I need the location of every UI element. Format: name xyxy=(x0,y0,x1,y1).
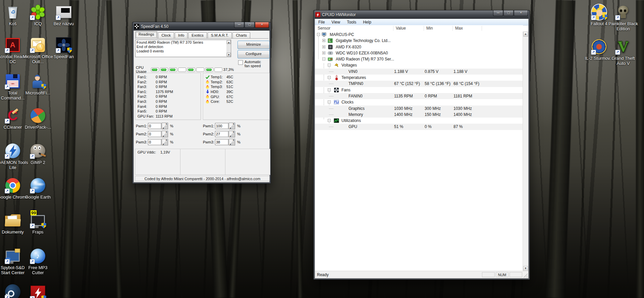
configure-button[interactable]: Configure xyxy=(237,50,270,58)
pwm2-gpu-input[interactable] xyxy=(215,131,228,137)
resize-grip[interactable] xyxy=(524,273,528,278)
collapse-icon[interactable]: - xyxy=(322,57,325,60)
shortcut-arrow-icon: ↗ xyxy=(30,259,35,264)
pwm2-spinner[interactable] xyxy=(162,131,168,137)
sensor-row-graphics[interactable]: Graphics 1030 MHz 300 MHz 1030 MHz xyxy=(315,105,523,112)
pwm2-input[interactable] xyxy=(148,131,161,137)
tab-clock[interactable]: Clock xyxy=(158,32,174,38)
sensor-value: 1030 MHz xyxy=(394,105,413,112)
tree-row-fans[interactable]: - Fans xyxy=(315,87,523,93)
minimize-window-button[interactable]: — xyxy=(234,22,244,28)
maximize-window-button[interactable]: ▢ xyxy=(245,22,255,28)
sensor-value: 1400 MHz xyxy=(394,112,413,118)
image-file-icon: ↗ xyxy=(56,4,72,20)
pwm3-input[interactable] xyxy=(148,139,161,145)
close-window-button[interactable]: ✕ xyxy=(514,10,528,16)
minimize-button[interactable]: Minimize xyxy=(237,41,270,49)
sensor-row-tmpin0[interactable]: TMPIN0 67 °C (152 °F) 58 °C (136 °F) 68 … xyxy=(315,81,523,87)
detection-log[interactable]: Found AMD Radeon (TM) R7 370 Series End … xyxy=(135,40,231,57)
collapse-icon[interactable]: - xyxy=(317,33,320,36)
vertical-scrollbar[interactable]: ▲ ▼ xyxy=(523,32,528,271)
steam-icon: ↗ xyxy=(5,284,21,298)
automatic-fan-speed-checkbox[interactable] xyxy=(238,60,243,65)
collapse-icon[interactable]: - xyxy=(328,100,331,103)
tree-row-clocks[interactable]: - Clocks xyxy=(315,99,523,105)
tab-info[interactable]: Info xyxy=(175,32,187,38)
pwm2-gpu-spinner[interactable] xyxy=(229,131,235,137)
collapse-icon[interactable]: - xyxy=(328,119,331,122)
minimize-window-button[interactable]: — xyxy=(493,10,503,16)
fan-reading-row: Fan3:0 RPM xyxy=(138,99,201,104)
column-max[interactable]: Max xyxy=(455,26,463,31)
pwm3-gpu-input[interactable] xyxy=(215,139,228,145)
tree-row-mainboard[interactable]: + Gigabyte Technology Co. Ltd... xyxy=(315,38,523,44)
pwm3-gpu-spinner[interactable] xyxy=(229,139,235,145)
desktop-icon-bez-nazvu[interactable]: ↗ Bez názvu xyxy=(48,4,80,26)
desktop-icon-painkiller[interactable]: ↗ Painkiller Black Edition xyxy=(607,4,639,32)
menu-file[interactable]: File xyxy=(315,20,328,25)
shortcut-arrow-icon: ↗ xyxy=(5,259,10,264)
tree-row-temperatures[interactable]: - Temperatures xyxy=(315,75,523,81)
column-sensor[interactable]: Sensor xyxy=(318,26,330,31)
column-min[interactable]: Min xyxy=(426,26,433,31)
sensor-row-fanin0[interactable]: FANIN0 1135 RPM 0 RPM 1181 RPM xyxy=(315,93,523,99)
collapse-icon[interactable]: - xyxy=(328,63,331,67)
sensor-row-memory[interactable]: Memory 1400 MHz 150 MHz 1400 MHz xyxy=(315,112,523,118)
desktop-icon-fraps[interactable]: 99↗ Fraps xyxy=(22,212,54,235)
expand-icon[interactable]: + xyxy=(322,45,325,48)
shortcut-arrow-icon: ↗ xyxy=(30,296,35,298)
expand-icon[interactable]: + xyxy=(322,51,325,54)
maximize-window-button[interactable]: ▢ xyxy=(503,10,514,16)
scroll-down-icon[interactable]: ▼ xyxy=(227,53,231,56)
pwm1-input[interactable] xyxy=(148,123,161,129)
column-value[interactable]: Value xyxy=(396,26,406,31)
tree-row-voltages[interactable]: - Voltages xyxy=(315,62,523,68)
fraps-badge: 99 xyxy=(31,210,37,215)
tab-charts[interactable]: Charts xyxy=(232,32,250,38)
automatic-fan-speed-option[interactable]: Automatic fan speed xyxy=(238,60,267,68)
tab-readings[interactable]: Readings xyxy=(135,31,157,38)
menu-view[interactable]: View xyxy=(328,20,343,25)
desktop-icon-hwmonitor-shortcut[interactable]: ↗ xyxy=(22,285,54,298)
log-line: End of detection xyxy=(137,45,226,49)
collapse-icon[interactable]: - xyxy=(328,76,331,79)
pwm3-spinner[interactable] xyxy=(162,139,168,145)
desktop-icon-microsoft-fixit[interactable]: MicrosoftFi... xyxy=(22,73,54,95)
close-window-button[interactable]: ✕ xyxy=(255,22,269,28)
tree-row-computer[interactable]: - MARCUS-PC xyxy=(315,32,523,38)
tab-smart[interactable]: S.M.A.R.T. xyxy=(208,32,232,38)
collapse-icon[interactable]: - xyxy=(328,88,331,91)
desktop-icon-google-earth[interactable]: ↗ Google Earth xyxy=(22,177,54,200)
uac-shield-icon xyxy=(41,295,46,298)
daemon-tools-icon: ↗ xyxy=(5,143,21,159)
pwm1-gpu-spinner[interactable] xyxy=(229,123,235,129)
tree-row-utilizations[interactable]: - Utilizations xyxy=(315,118,523,124)
tree-row-cpu[interactable]: + AMD FX-8320 xyxy=(315,44,523,50)
sensor-row-vin0[interactable]: VIN0 1.188 V 0.875 V 1.188 V xyxy=(315,69,523,75)
desktop-icon-gimp[interactable]: ↗ GIMP 2 xyxy=(22,143,54,165)
speedfan-titlebar[interactable]: SpeedFan 4.50 — ▢ ✕ xyxy=(133,22,270,31)
pwm1-spinner[interactable] xyxy=(162,123,168,129)
desktop-icon-gtav[interactable]: V↗ Grand Theft Auto V xyxy=(607,39,639,66)
sensor-row-gpu-utilization[interactable]: GPU 51 % 0 % 87 % xyxy=(315,124,523,130)
expand-icon[interactable]: + xyxy=(322,39,325,42)
scroll-up-icon[interactable]: ▲ xyxy=(523,32,528,37)
sensor-max: 87 % xyxy=(453,124,463,130)
desktop-icon-speedfan[interactable]: ↗ SpeedFan xyxy=(48,37,80,59)
desktop-icon-driverpack[interactable]: DriverPack-... xyxy=(22,108,54,130)
shortcut-arrow-icon: ↗ xyxy=(5,188,10,194)
desktop-icon-free-mp3-cutter[interactable]: ♪↗ Free MP3 Cutter xyxy=(22,248,54,275)
scroll-up-icon[interactable]: ▲ xyxy=(227,40,231,44)
scroll-down-icon[interactable]: ▼ xyxy=(523,266,528,271)
tree-row-hdd[interactable]: + WDC WD10 EZEX-00BN5A0 xyxy=(315,50,523,56)
fan-reading-row: Fan1:1375 RPM xyxy=(138,89,201,94)
pwm1-gpu-input[interactable] xyxy=(215,123,228,129)
temp-reading-row: Temp1:45C xyxy=(205,75,269,80)
menu-tools[interactable]: Tools xyxy=(343,20,360,25)
hwmonitor-client: File View Tools Help Sensor Value Min Ma… xyxy=(315,19,529,279)
computer-icon xyxy=(322,32,327,37)
tree-row-gpu[interactable]: - AMD Radeon (TM) R7 370 Ser... xyxy=(315,56,523,62)
tab-exotics[interactable]: Exotics xyxy=(188,32,207,38)
hwmonitor-titlebar[interactable]: CPUID HWMonitor — ▢ ✕ xyxy=(315,10,529,19)
menu-help[interactable]: Help xyxy=(360,20,375,25)
